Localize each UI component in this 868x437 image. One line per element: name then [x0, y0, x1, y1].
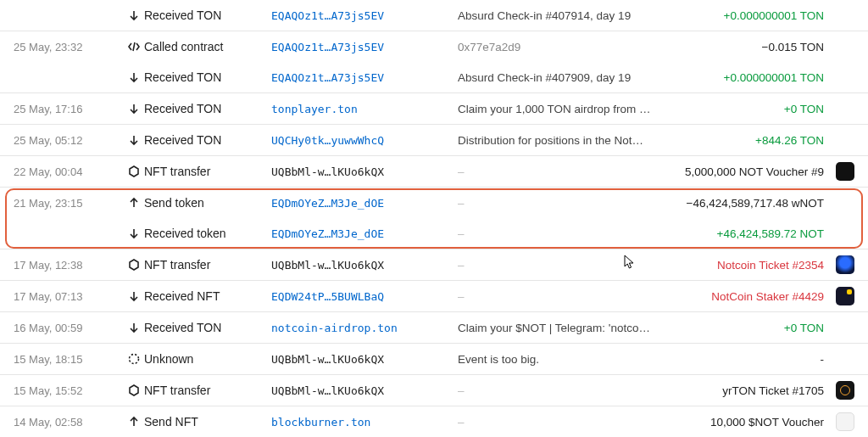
transaction-type-label: NFT transfer — [144, 258, 271, 272]
transaction-type-label: Send token — [144, 196, 271, 210]
transaction-row[interactable]: 15 May, 15:52NFT transferUQBbMl-w…lKUo6k… — [0, 375, 868, 406]
transaction-address[interactable]: EQAQOz1t…A73js5EV — [271, 41, 458, 53]
arrow-down-icon — [127, 102, 141, 115]
transaction-memo: Absurd Check-in #407909, day 19 — [458, 71, 724, 84]
transaction-address[interactable]: EQAQOz1t…A73js5EV — [271, 9, 458, 22]
transaction-memo: Event is too big. — [458, 353, 821, 366]
transaction-icon — [124, 289, 144, 303]
transaction-type-label: Send NFT — [144, 415, 271, 429]
transaction-group[interactable]: 16 May, 00:59Received TONnotcoin-airdrop… — [0, 312, 868, 344]
nft-thumbnail[interactable] — [831, 255, 854, 274]
arrow-up-icon — [127, 196, 141, 210]
transaction-row[interactable]: 15 May, 18:15UnknownUQBbMl-w…lKUo6kQXEve… — [0, 344, 868, 374]
transaction-group[interactable]: 21 May, 23:15Send tokenEQDmOYeZ…M3Je_dOE… — [0, 188, 868, 249]
transaction-row[interactable]: Received TONEQAQOz1t…A73js5EVAbsurd Chec… — [0, 0, 868, 31]
transaction-address[interactable]: EQDW24tP…5BUWLBaQ — [271, 290, 458, 303]
transaction-amount: yrTON Ticket #1705 — [722, 384, 824, 397]
transaction-address[interactable]: EQDmOYeZ…M3Je_dOE — [271, 197, 458, 210]
nft-thumbnail[interactable] — [831, 287, 854, 305]
transaction-row[interactable]: 14 May, 02:58Send NFTblockburner.ton–10,… — [0, 406, 868, 437]
transaction-date: 16 May, 00:59 — [7, 322, 124, 334]
hexagon-icon — [127, 384, 141, 397]
transaction-amount: 10,000 $NOT Voucher — [710, 416, 824, 429]
transaction-amount: −46,424,589,717.48 wNOT — [687, 197, 825, 210]
arrow-down-icon — [127, 133, 141, 147]
arrow-down-icon — [127, 227, 141, 240]
transaction-group[interactable]: 15 May, 15:52NFT transferUQBbMl-w…lKUo6k… — [0, 375, 868, 406]
transaction-amount: +0 TON — [784, 103, 824, 115]
transaction-address[interactable]: EQAQOz1t…A73js5EV — [271, 71, 458, 84]
transaction-type-label: NFT transfer — [144, 384, 271, 397]
transaction-amount: +46,424,589.72 NOT — [717, 227, 824, 240]
transaction-type-label: Received TON — [144, 102, 271, 115]
transaction-memo: – — [458, 165, 685, 178]
transaction-group[interactable]: 15 May, 18:15UnknownUQBbMl-w…lKUo6kQXEve… — [0, 344, 868, 375]
arrow-up-icon — [127, 415, 141, 429]
transaction-address[interactable]: blockburner.ton — [271, 416, 458, 429]
transaction-row[interactable]: Received TONEQAQOz1t…A73js5EVAbsurd Chec… — [0, 62, 868, 92]
transaction-date: 21 May, 23:15 — [7, 197, 124, 210]
transaction-icon — [124, 70, 144, 84]
transaction-row[interactable]: Received tokenEQDmOYeZ…M3Je_dOE–+46,424,… — [0, 218, 868, 249]
transaction-date: 25 May, 23:32 — [7, 41, 124, 53]
transaction-group[interactable]: 17 May, 07:13Received NFTEQDW24tP…5BUWLB… — [0, 281, 868, 312]
transaction-date: 17 May, 12:38 — [7, 259, 124, 272]
transaction-address[interactable]: EQDmOYeZ…M3Je_dOE — [271, 227, 458, 240]
arrow-down-icon — [127, 8, 141, 22]
nft-thumbnail[interactable] — [831, 162, 854, 181]
transaction-icon — [124, 102, 144, 115]
transaction-amount: +844.26 TON — [755, 134, 824, 147]
transaction-icon — [124, 227, 144, 240]
transaction-address: UQBbMl-w…lKUo6kQX — [271, 384, 458, 397]
transaction-row[interactable]: 25 May, 17:16Received TONtonplayer.tonCl… — [0, 93, 868, 124]
arrow-down-icon — [127, 321, 141, 334]
transaction-icon — [124, 415, 144, 429]
transaction-type-label: Received token — [144, 227, 271, 240]
transaction-date: 17 May, 07:13 — [7, 290, 124, 303]
transaction-memo: Claim your 1,000 TON airdrop from … — [458, 103, 784, 115]
transactions-list: Received TONEQAQOz1t…A73js5EVAbsurd Chec… — [0, 0, 868, 437]
transaction-row[interactable]: 25 May, 05:12Received TONUQCHy0tk…yuwwWh… — [0, 125, 868, 155]
transaction-date: 25 May, 05:12 — [7, 134, 124, 147]
transaction-type-label: Received TON — [144, 133, 271, 147]
svg-point-0 — [130, 355, 139, 364]
transaction-icon — [124, 133, 144, 147]
transaction-type-label: Unknown — [144, 352, 271, 366]
transaction-address[interactable]: UQCHy0tk…yuwwWhcQ — [271, 134, 458, 147]
transaction-icon — [124, 384, 144, 397]
transaction-row[interactable]: 25 May, 23:32Called contractEQAQOz1t…A73… — [0, 31, 868, 62]
transaction-group[interactable]: 25 May, 05:12Received TONUQCHy0tk…yuwwWh… — [0, 125, 868, 156]
transaction-amount: NotCoin Staker #4429 — [711, 290, 824, 303]
transaction-icon — [124, 258, 144, 272]
transaction-group[interactable]: 17 May, 12:38NFT transferUQBbMl-w…lKUo6k… — [0, 249, 868, 281]
dashed-circle-icon — [127, 352, 141, 366]
transaction-group[interactable]: 25 May, 17:16Received TONtonplayer.tonCl… — [0, 93, 868, 125]
transaction-row[interactable]: 17 May, 12:38NFT transferUQBbMl-w…lKUo6k… — [0, 249, 868, 280]
transaction-type-label: Received TON — [144, 321, 271, 334]
code-icon — [127, 40, 141, 53]
transaction-group[interactable]: Received TONEQAQOz1t…A73js5EVAbsurd Chec… — [0, 0, 868, 31]
arrow-down-icon — [127, 289, 141, 303]
transaction-group[interactable]: 22 May, 00:04NFT transferUQBbMl-w…lKUo6k… — [0, 156, 868, 188]
transaction-address[interactable]: tonplayer.ton — [271, 103, 458, 115]
transaction-memo: – — [458, 290, 711, 303]
transaction-icon — [124, 40, 144, 53]
transaction-amount: −0.015 TON — [762, 41, 824, 53]
nft-thumbnail[interactable] — [831, 412, 854, 431]
nft-thumbnail[interactable] — [831, 381, 854, 400]
transaction-date: 15 May, 18:15 — [7, 353, 124, 366]
transaction-row[interactable]: 21 May, 23:15Send tokenEQDmOYeZ…M3Je_dOE… — [0, 188, 868, 218]
transaction-row[interactable]: 17 May, 07:13Received NFTEQDW24tP…5BUWLB… — [0, 281, 868, 311]
transaction-icon — [124, 352, 144, 366]
transaction-address[interactable]: notcoin-airdrop.ton — [271, 322, 458, 334]
transaction-address: UQBbMl-w…lKUo6kQX — [271, 165, 458, 178]
transaction-row[interactable]: 16 May, 00:59Received TONnotcoin-airdrop… — [0, 312, 868, 343]
transaction-type-label: NFT transfer — [144, 165, 271, 178]
transaction-group[interactable]: 25 May, 23:32Called contractEQAQOz1t…A73… — [0, 31, 868, 93]
transaction-icon — [124, 321, 144, 334]
transaction-group[interactable]: 14 May, 02:58Send NFTblockburner.ton–10,… — [0, 406, 868, 437]
transaction-icon — [124, 196, 144, 210]
transaction-type-label: Received TON — [144, 8, 271, 22]
transaction-row[interactable]: 22 May, 00:04NFT transferUQBbMl-w…lKUo6k… — [0, 156, 868, 187]
transaction-icon — [124, 8, 144, 22]
